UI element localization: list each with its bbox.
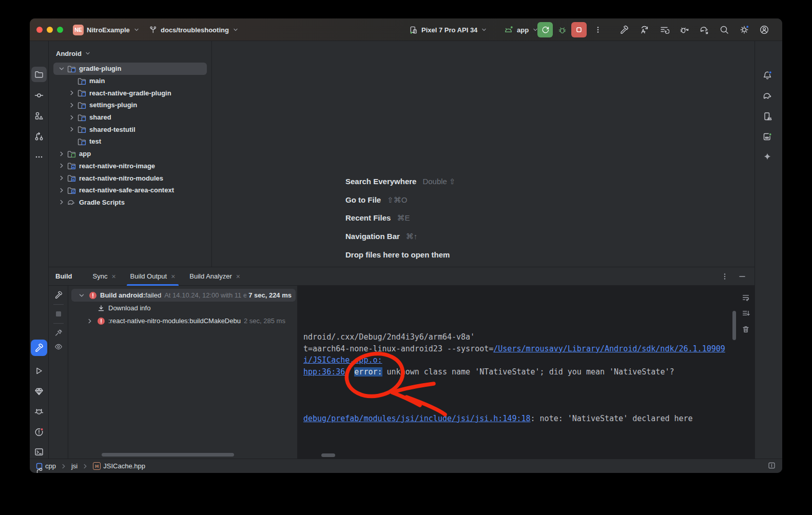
tree-item-app[interactable]: app bbox=[53, 148, 207, 160]
tree-item-react-native-gradle-plugin[interactable]: react-native-gradle-plugin bbox=[53, 87, 207, 99]
close-tab-icon[interactable]: × bbox=[171, 273, 175, 280]
shortcut-keys: ⇧⌘O bbox=[387, 195, 407, 205]
kebab-menu-icon[interactable] bbox=[721, 272, 729, 281]
elephant-sync-icon bbox=[699, 25, 709, 35]
ide-window: NE NitroExample docs/troubleshooting Pix… bbox=[30, 18, 782, 473]
tree-item-test[interactable]: test bbox=[53, 135, 207, 148]
stop-build-icon[interactable] bbox=[54, 309, 63, 319]
device-selector[interactable]: Pixel 7 Pro API 34 bbox=[409, 18, 488, 41]
gradle-sync-button[interactable] bbox=[694, 25, 714, 35]
git-tool-button[interactable] bbox=[31, 464, 47, 473]
notifications-tool-button[interactable] bbox=[760, 68, 775, 83]
rerun-build-icon[interactable] bbox=[54, 290, 63, 300]
tree-chevron-icon[interactable] bbox=[86, 317, 94, 325]
tree-chevron-icon[interactable] bbox=[57, 174, 66, 182]
view-options-icon[interactable] bbox=[54, 342, 63, 351]
build-project-button[interactable] bbox=[614, 25, 634, 35]
device-manager-tool-button[interactable] bbox=[760, 109, 775, 124]
clear-all-icon[interactable] bbox=[741, 325, 750, 334]
tree-chevron-icon[interactable] bbox=[68, 125, 76, 133]
stop-button[interactable] bbox=[571, 22, 587, 37]
close-tab-icon[interactable]: × bbox=[236, 273, 240, 280]
tree-chevron-icon[interactable] bbox=[57, 162, 66, 170]
tree-item-gradle-scripts[interactable]: Gradle Scripts bbox=[53, 196, 207, 209]
structure-tool-button[interactable] bbox=[31, 108, 47, 124]
hide-panel-icon[interactable] bbox=[738, 272, 746, 281]
tree-chevron-icon[interactable] bbox=[78, 291, 86, 300]
commit-tool-button[interactable] bbox=[31, 88, 47, 103]
breadcrumb-item-jsi[interactable]: jsi bbox=[71, 462, 78, 470]
scroll-to-end-icon[interactable] bbox=[741, 309, 750, 318]
build-variants-button[interactable] bbox=[654, 25, 674, 35]
shortcut-label: Drop files here to open them bbox=[345, 250, 450, 259]
console-file-link[interactable]: i/JSICache.cpp.o: bbox=[303, 355, 382, 365]
console-file-link[interactable]: hpp:36:36 bbox=[303, 367, 345, 377]
console-file-link[interactable]: debug/prefab/modules/jsi/include/jsi/jsi… bbox=[303, 414, 531, 423]
tree-item-label: settings-plugin bbox=[89, 101, 137, 109]
tree-item-shared[interactable]: shared bbox=[53, 111, 207, 124]
more-tools-button[interactable] bbox=[31, 149, 47, 165]
right-tool-strip bbox=[755, 41, 782, 459]
build-tool-window: Build Sync×Build Output×Build Analyzer× bbox=[49, 267, 755, 459]
console-file-link[interactable]: /Users/mrousavy/Library/Android/sdk/ndk/… bbox=[493, 344, 725, 353]
tree-chevron-icon[interactable] bbox=[57, 198, 66, 206]
pull-requests-tool-button[interactable] bbox=[31, 129, 47, 144]
soft-wrap-icon[interactable] bbox=[741, 293, 750, 302]
vcs-branch-widget[interactable]: docs/troubleshooting bbox=[149, 18, 239, 41]
debug-button[interactable] bbox=[554, 22, 570, 37]
build-tree-row[interactable]: Build android: failedAt 14.10.24, 12:00 … bbox=[71, 289, 296, 302]
apply-changes-button[interactable] bbox=[634, 25, 654, 35]
tree-chevron-icon[interactable] bbox=[68, 101, 76, 109]
build-tree-row[interactable]: Download info bbox=[68, 302, 297, 314]
terminal-tool-button[interactable] bbox=[31, 444, 47, 460]
more-actions-button[interactable] bbox=[590, 22, 606, 37]
gradle-folder-icon bbox=[67, 198, 76, 206]
pin-icon[interactable] bbox=[54, 328, 63, 338]
tab-build-output[interactable]: Build Output× bbox=[125, 267, 181, 285]
tree-chevron-icon[interactable] bbox=[68, 89, 76, 97]
attach-debugger-button[interactable] bbox=[674, 25, 694, 35]
tree-item-label: test bbox=[89, 137, 101, 145]
logcat-tool-button[interactable] bbox=[31, 404, 47, 420]
tab-build-analyzer[interactable]: Build Analyzer× bbox=[184, 267, 245, 285]
problems-tool-button[interactable] bbox=[31, 424, 47, 440]
run-tool-button[interactable] bbox=[31, 363, 47, 379]
tab-sync[interactable]: Sync× bbox=[88, 267, 121, 285]
project-view-selector[interactable]: Android bbox=[49, 44, 211, 63]
minimize-button[interactable] bbox=[47, 27, 53, 33]
breadcrumb-item-jsicache-hpp[interactable]: HJSICache.hpp bbox=[93, 462, 145, 470]
tree-item-shared-testutil[interactable]: shared-testutil bbox=[53, 123, 207, 135]
tree-item-settings-plugin[interactable]: settings-plugin bbox=[53, 99, 207, 111]
settings-button[interactable] bbox=[734, 25, 754, 35]
profiler-tool-button[interactable] bbox=[31, 384, 47, 399]
ai-assistant-tool-button[interactable] bbox=[760, 149, 775, 165]
run-config-selector[interactable]: app bbox=[503, 18, 539, 41]
tree-chevron-icon[interactable] bbox=[57, 186, 66, 194]
search-everywhere-button[interactable] bbox=[714, 25, 734, 35]
notifications-widget[interactable] bbox=[767, 461, 776, 471]
running-devices-tool-button[interactable] bbox=[760, 129, 775, 144]
build-tool-button[interactable] bbox=[31, 340, 47, 356]
tree-chevron-icon[interactable] bbox=[57, 150, 66, 158]
rerun-button[interactable] bbox=[537, 22, 553, 37]
gradle-tool-button[interactable] bbox=[760, 88, 775, 104]
tab-label: Build Analyzer bbox=[189, 272, 231, 280]
tree-item-main[interactable]: main bbox=[53, 75, 207, 87]
account-button[interactable] bbox=[754, 25, 774, 35]
zoom-button[interactable] bbox=[57, 27, 63, 33]
vertical-scrollbar[interactable] bbox=[732, 311, 736, 340]
tree-item-react-native-nitro-modules[interactable]: react-native-nitro-modules bbox=[53, 172, 207, 184]
tree-chevron-icon[interactable] bbox=[68, 113, 76, 122]
close-tab-icon[interactable]: × bbox=[111, 273, 115, 280]
tree-item-react-native-nitro-image[interactable]: react-native-nitro-image bbox=[53, 160, 207, 172]
tree-item-react-native-safe-area-context[interactable]: react-native-safe-area-context bbox=[53, 184, 207, 196]
horizontal-scrollbar[interactable] bbox=[321, 453, 335, 457]
build-tree-row[interactable]: :react-native-nitro-modules:buildCMakeDe… bbox=[68, 314, 297, 327]
project-tool-button[interactable] bbox=[31, 67, 47, 82]
device-name: Pixel 7 Pro API 34 bbox=[421, 26, 477, 34]
close-button[interactable] bbox=[36, 27, 43, 33]
project-widget[interactable]: NE NitroExample bbox=[73, 18, 140, 41]
tree-chevron-icon[interactable] bbox=[57, 65, 66, 73]
horizontal-scrollbar[interactable] bbox=[102, 453, 234, 457]
tree-item-gradle-plugin[interactable]: gradle-plugin bbox=[53, 63, 207, 75]
